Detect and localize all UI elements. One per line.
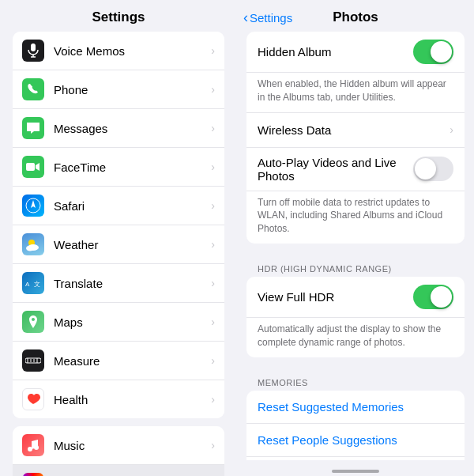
settings-item-translate[interactable]: A文Translate› [13, 264, 224, 303]
toggle-row-auto-play-videos-and-live-photos: Auto-Play Videos and Live Photos [246, 148, 465, 191]
facetime-label: FaceTime [54, 161, 211, 174]
weather-icon [22, 233, 44, 255]
nav-label-1: Wireless Data [258, 123, 450, 137]
toggle-row-hidden-album: Hidden Album [246, 32, 465, 73]
nav-row-wireless-data[interactable]: Wireless Data› [246, 113, 465, 148]
translate-icon: A文 [22, 272, 44, 294]
back-label: Settings [250, 11, 292, 25]
facetime-icon [22, 156, 44, 178]
right-group-2: Reset Suggested MemoriesReset People Sug… [246, 391, 465, 460]
toggle-thumb [431, 41, 452, 62]
health-chevron-icon: › [211, 393, 215, 406]
photos-icon [22, 473, 44, 476]
settings-item-safari[interactable]: Safari› [13, 187, 224, 225]
music-icon [22, 434, 44, 456]
right-content: Hidden AlbumWhen enabled, the Hidden alb… [237, 32, 474, 460]
blue-link-reset-suggested-memories[interactable]: Reset Suggested Memories [246, 391, 465, 424]
settings-item-messages[interactable]: Messages› [13, 109, 224, 148]
svg-rect-3 [26, 163, 35, 171]
svg-text:文: 文 [34, 281, 40, 288]
toggle-label-0: View Full HDR [258, 290, 413, 304]
svg-text:A: A [25, 281, 30, 288]
messages-icon [22, 117, 44, 139]
maps-chevron-icon: › [211, 315, 215, 328]
home-bar-right [332, 470, 379, 473]
music-label: Music [54, 439, 211, 452]
settings-item-music[interactable]: Music› [13, 426, 224, 465]
nav-chevron-icon: › [450, 123, 453, 136]
measure-label: Measure [54, 354, 211, 368]
right-group-0: Hidden AlbumWhen enabled, the Hidden alb… [246, 32, 465, 244]
settings-item-facetime[interactable]: FaceTime› [13, 148, 224, 187]
right-group-1: View Full HDRAutomatically adjust the di… [246, 277, 465, 357]
right-panel: ‹ Settings Photos Hidden AlbumWhen enabl… [237, 0, 474, 476]
section-header-2: MEMORIES [246, 365, 465, 391]
settings-group-0: Voice Memos›Phone›Messages›FaceTime›Safa… [13, 32, 224, 418]
svg-marker-5 [31, 200, 36, 208]
svg-point-17 [34, 445, 39, 450]
weather-label: Weather [54, 238, 211, 251]
settings-item-weather[interactable]: Weather› [13, 225, 224, 264]
left-title: Settings [0, 0, 237, 32]
settings-item-phone[interactable]: Phone› [13, 70, 224, 109]
toggle-desc-2: Turn off mobile data to restrict updates… [246, 191, 465, 244]
settings-item-maps[interactable]: Maps› [13, 303, 224, 342]
back-button[interactable]: ‹ Settings [243, 9, 292, 26]
voice-memos-icon [22, 40, 44, 62]
messages-chevron-icon: › [211, 122, 215, 134]
settings-item-voice-memos[interactable]: Voice Memos› [13, 32, 224, 70]
facetime-chevron-icon: › [211, 161, 215, 173]
toggle-desc-0: When enabled, the Hidden album will appe… [246, 73, 465, 113]
toggle-thumb [415, 158, 436, 179]
translate-label: Translate [54, 277, 211, 290]
toggle-label-2: Auto-Play Videos and Live Photos [258, 156, 413, 183]
settings-item-measure[interactable]: Measure› [13, 342, 224, 380]
toggle-switch-2[interactable] [413, 157, 453, 181]
maps-label: Maps [54, 315, 211, 329]
health-icon [22, 388, 44, 410]
blue-link-reset-people-suggestions[interactable]: Reset People Suggestions [246, 424, 465, 457]
right-header: ‹ Settings Photos [237, 0, 474, 32]
settings-item-photos[interactable]: Photos› [13, 465, 224, 476]
voice-memos-label: Voice Memos [54, 44, 211, 58]
back-chevron-icon: ‹ [243, 9, 248, 26]
svg-rect-0 [31, 43, 36, 51]
left-panel: Settings Voice Memos›Phone›Messages›Face… [0, 0, 237, 476]
measure-icon [22, 349, 44, 372]
measure-chevron-icon: › [211, 354, 215, 367]
maps-icon [22, 311, 44, 333]
phone-icon [22, 78, 44, 100]
weather-chevron-icon: › [211, 238, 215, 251]
safari-chevron-icon: › [211, 199, 215, 212]
svg-point-16 [28, 447, 32, 451]
home-indicator-right [237, 460, 474, 476]
music-chevron-icon: › [211, 439, 215, 451]
right-title: Photos [333, 9, 378, 25]
toggle-switch-0[interactable] [413, 285, 453, 309]
svg-point-8 [26, 246, 34, 251]
phone-chevron-icon: › [211, 83, 215, 96]
section-header-1: HDR (HIGH DYNAMIC RANGE) [246, 251, 465, 277]
toggle-thumb [431, 286, 452, 308]
toggle-desc-0: Automatically adjust the display to show… [246, 318, 465, 357]
toggle-switch-0[interactable] [413, 40, 453, 64]
safari-icon [22, 195, 44, 217]
settings-item-health[interactable]: Health› [13, 380, 224, 418]
settings-group-1: Music›Photos›Camera›Books›Podcasts›Game … [13, 426, 224, 476]
phone-label: Phone [54, 83, 211, 96]
health-label: Health [54, 393, 211, 406]
voice-memos-chevron-icon: › [211, 44, 215, 57]
translate-chevron-icon: › [211, 277, 215, 289]
safari-label: Safari [54, 199, 211, 213]
toggle-label-0: Hidden Album [258, 45, 413, 59]
messages-label: Messages [54, 122, 211, 135]
toggle-row-view-full-hdr: View Full HDR [246, 277, 465, 318]
